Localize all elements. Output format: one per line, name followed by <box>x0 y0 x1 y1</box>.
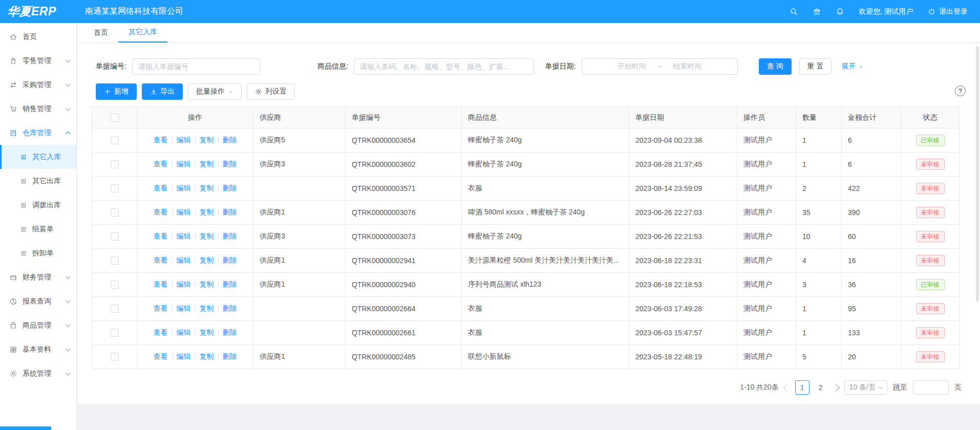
sidebar-item-transfer-out[interactable]: 调拨出库 <box>0 193 76 217</box>
row-action-view[interactable]: 查看 <box>154 352 168 360</box>
row-action-edit[interactable]: 编辑 <box>177 256 191 264</box>
divider <box>195 305 196 312</box>
row-action-copy[interactable]: 复制 <box>200 280 214 288</box>
row-action-copy[interactable]: 复制 <box>200 208 214 216</box>
row-action-view[interactable]: 查看 <box>154 184 168 192</box>
prev-page-icon[interactable] <box>783 384 791 391</box>
row-action-delete[interactable]: 删除 <box>223 352 237 360</box>
reset-button[interactable]: 重 置 <box>799 58 832 75</box>
goods-input[interactable] <box>354 58 534 75</box>
row-checkbox[interactable] <box>111 281 119 289</box>
sidebar-item-other-inbound[interactable]: 其它入库 <box>0 145 76 169</box>
row-action-delete[interactable]: 删除 <box>223 280 237 288</box>
row-action-edit[interactable]: 编辑 <box>177 304 191 312</box>
search-icon[interactable] <box>790 7 798 16</box>
chevron-down-icon <box>66 57 71 62</box>
select-all-checkbox[interactable] <box>111 114 119 122</box>
sidebar-item-warehouse[interactable]: 仓库管理 <box>0 121 76 145</box>
row-checkbox[interactable] <box>111 256 119 265</box>
row-checkbox[interactable] <box>111 305 119 313</box>
row-action-view[interactable]: 查看 <box>154 208 168 216</box>
sidebar-item-report[interactable]: 报表查询 <box>0 289 76 313</box>
row-action-view[interactable]: 查看 <box>154 232 168 240</box>
sidebar-item-other-outbound[interactable]: 其它出库 <box>0 169 76 193</box>
page-button-2[interactable]: 2 <box>814 380 828 395</box>
row-action-delete[interactable]: 删除 <box>223 304 237 312</box>
row-checkbox[interactable] <box>111 160 119 168</box>
doc-icon <box>20 178 27 185</box>
sidebar-item-assemble[interactable]: 组装单 <box>0 217 76 241</box>
row-action-edit[interactable]: 编辑 <box>177 208 191 216</box>
page-button-1[interactable]: 1 <box>795 380 809 395</box>
row-action-view[interactable]: 查看 <box>154 256 168 264</box>
row-action-view[interactable]: 查看 <box>154 304 168 312</box>
cell-date: 2023-06-18 22:18:53 <box>629 273 737 297</box>
row-action-copy[interactable]: 复制 <box>200 352 214 360</box>
row-action-delete[interactable]: 删除 <box>223 256 237 264</box>
row-action-view[interactable]: 查看 <box>154 136 168 144</box>
row-checkbox[interactable] <box>111 208 119 217</box>
row-action-view[interactable]: 查看 <box>154 160 168 168</box>
bill-no-input[interactable] <box>132 58 260 75</box>
cell-operator: 测试用户 <box>737 128 796 153</box>
help-button[interactable]: ? <box>955 85 966 96</box>
cell-amount: 6 <box>842 153 901 177</box>
row-action-copy[interactable]: 复制 <box>200 136 214 144</box>
jump-page-input[interactable] <box>913 380 949 395</box>
export-button[interactable]: 导出 <box>142 83 183 100</box>
row-checkbox[interactable] <box>111 232 119 241</box>
date-range-input[interactable]: 开始时间 ~ 结束时间 <box>582 58 738 75</box>
sidebar-item-base-data[interactable]: 基本资料 <box>0 337 76 361</box>
scrollbar[interactable] <box>976 46 979 302</box>
row-action-copy[interactable]: 复制 <box>200 232 214 240</box>
row-action-copy[interactable]: 复制 <box>200 184 214 192</box>
tab-home[interactable]: 首页 <box>83 23 118 42</box>
row-action-edit[interactable]: 编辑 <box>177 280 191 288</box>
row-action-copy[interactable]: 复制 <box>200 328 214 336</box>
row-checkbox[interactable] <box>111 184 119 192</box>
row-action-delete[interactable]: 删除 <box>223 208 237 216</box>
sidebar-item-finance[interactable]: 财务管理 <box>0 265 76 289</box>
row-checkbox[interactable] <box>111 329 119 337</box>
row-action-copy[interactable]: 复制 <box>200 256 214 264</box>
sidebar-item-system[interactable]: 系统管理 <box>0 361 76 385</box>
divider <box>218 209 219 216</box>
sidebar-item-purchase[interactable]: 采购管理 <box>0 73 76 97</box>
row-action-delete[interactable]: 删除 <box>223 136 237 144</box>
search-button[interactable]: 查 询 <box>759 58 792 75</box>
sidebar-item-home[interactable]: 首页 <box>0 25 76 49</box>
top-header: 华夏ERP 南通某某网络科技有限公司 欢迎您, 测试用户 退出登录 <box>0 0 980 23</box>
add-button[interactable]: 新增 <box>96 83 137 100</box>
row-action-copy[interactable]: 复制 <box>200 304 214 312</box>
page-size-select[interactable]: 10 条/页 <box>844 380 887 395</box>
tab-other-inbound[interactable]: 其它入库 <box>118 23 167 42</box>
expand-link[interactable]: 展开 <box>841 62 864 71</box>
row-action-edit[interactable]: 编辑 <box>177 136 191 144</box>
row-action-copy[interactable]: 复制 <box>200 160 214 168</box>
row-action-edit[interactable]: 编辑 <box>177 328 191 336</box>
bell-icon[interactable] <box>836 7 844 16</box>
row-action-edit[interactable]: 编辑 <box>177 184 191 192</box>
row-action-edit[interactable]: 编辑 <box>177 352 191 360</box>
row-checkbox[interactable] <box>111 353 119 361</box>
next-page-icon[interactable] <box>833 384 840 391</box>
column-settings-button[interactable]: 列设置 <box>247 83 295 100</box>
download-icon <box>150 88 157 95</box>
status-badge: 未审核 <box>916 327 945 338</box>
logout-button[interactable]: 退出登录 <box>927 7 968 16</box>
row-action-delete[interactable]: 删除 <box>223 160 237 168</box>
row-action-delete[interactable]: 删除 <box>223 184 237 192</box>
sidebar-item-retail[interactable]: 零售管理 <box>0 49 76 73</box>
batch-actions-button[interactable]: 批量操作 <box>188 83 242 100</box>
row-action-delete[interactable]: 删除 <box>223 328 237 336</box>
row-action-edit[interactable]: 编辑 <box>177 232 191 240</box>
row-action-view[interactable]: 查看 <box>154 280 168 288</box>
sidebar-item-goods[interactable]: 商品管理 <box>0 313 76 337</box>
row-checkbox[interactable] <box>111 136 119 144</box>
row-action-edit[interactable]: 编辑 <box>177 160 191 168</box>
bank-icon[interactable] <box>813 7 821 16</box>
row-action-delete[interactable]: 删除 <box>223 232 237 240</box>
sidebar-item-disassemble[interactable]: 拆卸单 <box>0 241 76 265</box>
sidebar-item-sale[interactable]: 销售管理 <box>0 97 76 121</box>
row-action-view[interactable]: 查看 <box>154 328 168 336</box>
